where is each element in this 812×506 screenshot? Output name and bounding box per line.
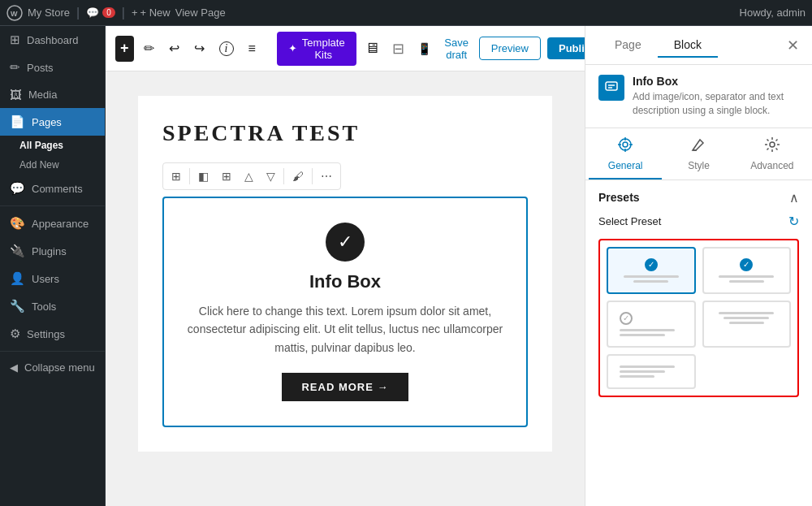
info-box-block[interactable]: ✓ Info Box Click here to change this tex…	[162, 197, 528, 427]
info-icon: i	[219, 41, 234, 56]
preset-line-2b	[729, 280, 764, 283]
edit-icon-button[interactable]: ✏	[139, 36, 159, 62]
block-more-button[interactable]: ⋯	[316, 167, 337, 186]
read-more-button[interactable]: READ MORE →	[282, 373, 408, 401]
block-tab-advanced[interactable]: Advanced	[736, 128, 809, 179]
preset-item-1[interactable]: ✓	[607, 247, 696, 294]
align-icon: ⊞	[222, 170, 231, 183]
sidebar-item-pages[interactable]: 📄 Pages	[0, 108, 105, 136]
preset-thumb-2: ✓	[710, 255, 784, 286]
mobile-icon: 📱	[417, 42, 431, 55]
posts-icon: ✏	[10, 60, 20, 75]
preset-item-3[interactable]: ✓	[607, 301, 696, 348]
sidebar-item-media[interactable]: 🖼 Media	[0, 81, 105, 108]
comments-link[interactable]: 💬 0	[86, 6, 115, 19]
preset-select-row: Select Preset ↻	[598, 214, 799, 229]
preview-button[interactable]: Preview	[479, 37, 541, 60]
block-style-button[interactable]: 🖌	[287, 167, 309, 186]
advanced-tab-icon	[764, 136, 780, 157]
list-icon: ≡	[248, 41, 256, 56]
template-kits-button[interactable]: ✦ Template Kits	[277, 32, 356, 66]
sidebar-sub-add-new[interactable]: Add New	[0, 155, 105, 175]
admin-bar-left: W My Store | 💬 0 | + + New View Page	[6, 5, 226, 21]
sidebar-item-posts[interactable]: ✏ Posts	[0, 54, 105, 81]
tablet-icon: ⊟	[392, 41, 404, 57]
sidebar-item-label: Pages	[32, 116, 62, 128]
sidebar-sub-all-pages[interactable]: All Pages	[0, 136, 105, 155]
list-view-button[interactable]: ≡	[244, 36, 261, 62]
add-icon: +	[120, 40, 129, 57]
block-type-button[interactable]: ⊞	[166, 167, 186, 186]
plugins-icon: 🔌	[10, 244, 25, 258]
preset-check-1: ✓	[645, 258, 658, 271]
block-move-up[interactable]: △	[240, 167, 258, 186]
block-tab-style[interactable]: Style	[662, 128, 735, 179]
svg-text:W: W	[11, 10, 18, 18]
canvas: SPECTRA TEST ⊞ ◧ ⊞ △	[106, 71, 585, 506]
info-box-check-icon: ✓	[326, 223, 365, 262]
preset-thumb-5	[615, 362, 688, 381]
block-tab-general[interactable]: General	[589, 128, 662, 179]
block-info-text: Info Box Add image/icon, separator and t…	[633, 75, 799, 118]
preset-line-3b	[620, 334, 665, 336]
panel-close-button[interactable]: ✕	[787, 37, 799, 54]
media-icon: 🖼	[10, 88, 22, 102]
block-align-button[interactable]: ⊞	[217, 167, 236, 186]
advanced-tab-label: Advanced	[750, 160, 793, 171]
right-panel: Page Block ✕ Info Box Add image/icon, se…	[585, 26, 812, 506]
comment-icon: 💬	[86, 6, 99, 19]
preset-thumb-3: ✓	[615, 309, 688, 339]
sidebar-item-dashboard[interactable]: ⊞ Dashboard	[0, 26, 105, 54]
sidebar-item-tools[interactable]: 🔧 Tools	[0, 292, 105, 320]
preset-line-5a	[620, 365, 675, 368]
tab-block[interactable]: Block	[658, 33, 718, 58]
block-move-left[interactable]: ◧	[193, 167, 214, 186]
new-plus-icon: +	[132, 6, 138, 19]
save-draft-button[interactable]: Save draft	[441, 37, 473, 61]
add-block-button[interactable]: +	[115, 36, 134, 62]
preset-refresh-button[interactable]: ↻	[788, 214, 799, 229]
store-name-link[interactable]: My Store	[28, 6, 70, 19]
wordpress-logo: W	[6, 5, 23, 21]
sidebar-divider-2	[0, 351, 105, 352]
block-info-icon	[598, 75, 624, 101]
sidebar-item-plugins[interactable]: 🔌 Plugins	[0, 237, 105, 265]
sidebar-item-comments[interactable]: 💬 Comments	[0, 175, 105, 202]
block-move-down[interactable]: ▽	[261, 167, 280, 186]
block-grid-icon: ⊞	[171, 170, 181, 183]
info-button[interactable]: i	[214, 36, 239, 62]
block-toolbar-sep2	[283, 168, 284, 184]
tablet-view-button[interactable]: ⊟	[389, 37, 408, 61]
redo-icon: ↪	[194, 41, 205, 56]
sidebar-item-label: Tools	[32, 301, 56, 313]
admin-bar-separator: |	[76, 6, 80, 20]
dashboard-icon: ⊞	[10, 32, 20, 47]
sidebar-item-users[interactable]: 👤 Users	[0, 265, 105, 292]
editor-toolbar: + ✏ ↩ ↪ i ≡ ✦ Template Kits	[106, 26, 585, 71]
redo-button[interactable]: ↪	[189, 36, 209, 62]
preset-item-4[interactable]	[702, 301, 792, 348]
users-icon: 👤	[10, 271, 25, 286]
general-tab-icon	[617, 136, 633, 157]
tab-page[interactable]: Page	[598, 33, 658, 58]
collapse-menu-button[interactable]: ◀ Collapse menu	[0, 355, 105, 380]
template-kits-star-icon: ✦	[288, 42, 297, 54]
template-kits-label: Template Kits	[302, 37, 345, 61]
view-page-link[interactable]: View Page	[175, 6, 226, 19]
sidebar-item-settings[interactable]: ⚙ Settings	[0, 320, 105, 348]
undo-icon: ↩	[169, 41, 179, 56]
preset-line-5b	[620, 370, 665, 373]
sidebar-item-label: Users	[32, 273, 59, 285]
panel-tabs: Page Block	[598, 33, 718, 58]
undo-button[interactable]: ↩	[164, 36, 184, 62]
publish-button[interactable]: Publish	[547, 37, 585, 59]
style-tab-icon	[690, 136, 706, 157]
sidebar-item-appearance[interactable]: 🎨 Appearance	[0, 210, 105, 237]
preset-item-2[interactable]: ✓ ☞	[702, 247, 792, 294]
preset-item-5[interactable]	[607, 354, 696, 389]
desktop-view-button[interactable]: 🖥	[361, 37, 382, 60]
comments-icon: 💬	[10, 181, 25, 196]
mobile-view-button[interactable]: 📱	[414, 37, 434, 60]
new-button[interactable]: + + New	[132, 6, 171, 19]
presets-header[interactable]: Presets ∧	[598, 190, 799, 205]
